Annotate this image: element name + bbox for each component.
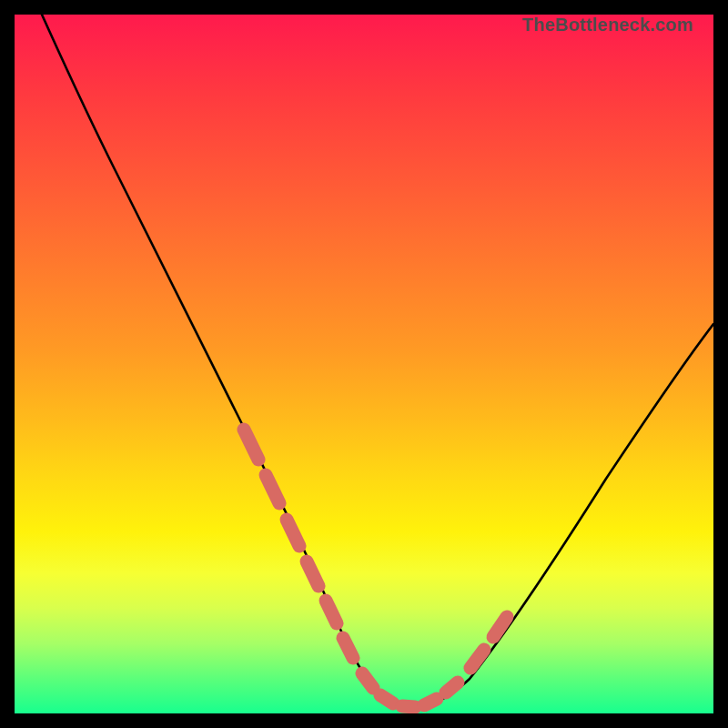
- chart-frame: TheBottleneck.com: [15, 15, 713, 713]
- attribution-label: TheBottleneck.com: [522, 15, 693, 35]
- chart-plot-area: [15, 15, 713, 713]
